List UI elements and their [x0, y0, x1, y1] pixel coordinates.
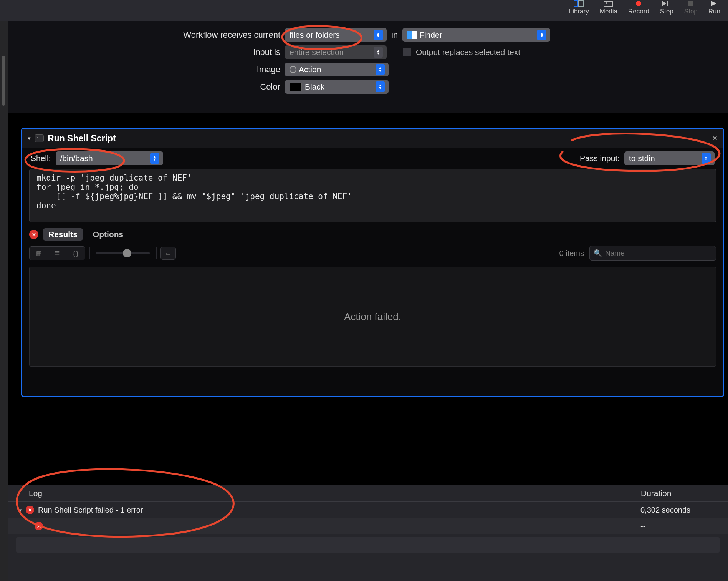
- image-value: Action: [299, 65, 321, 74]
- output-replaces-label: Output replaces selected text: [416, 48, 520, 57]
- divider: [89, 247, 90, 259]
- receives-value: files or folders: [290, 30, 340, 40]
- log-empty-row: [16, 537, 720, 553]
- result-status: Action failed.: [344, 311, 401, 323]
- output-replaces-checkbox[interactable]: [403, 48, 411, 56]
- svg-marker-8: [711, 1, 716, 6]
- chevron-updown-icon: ▲▼: [374, 47, 383, 58]
- quicklook-button[interactable]: ▭: [160, 247, 176, 260]
- search-icon: 🔍: [594, 249, 602, 257]
- svg-marker-5: [662, 1, 666, 6]
- color-dropdown[interactable]: Black ▲▼: [285, 80, 389, 94]
- log-row[interactable]: ✕ --: [8, 518, 728, 534]
- stop-button: Stop: [684, 0, 698, 15]
- slider-knob[interactable]: [123, 249, 131, 257]
- log-row-duration: --: [636, 522, 720, 531]
- workflow-config: Workflow receives current files or folde…: [8, 21, 728, 113]
- media-button[interactable]: Media: [600, 0, 617, 15]
- run-icon: [708, 0, 720, 7]
- library-icon: [573, 0, 585, 7]
- input-value: entire selection: [290, 48, 344, 57]
- run-shell-script-action: ▾ Run Shell Script ✕ Shell: /bin/bash ▲▼…: [21, 128, 724, 397]
- log-panel: Log Duration ▾ ✕ Run Shell Script failed…: [8, 485, 728, 581]
- input-dropdown: entire selection ▲▼: [285, 45, 387, 59]
- receives-dropdown[interactable]: files or folders ▲▼: [285, 28, 387, 42]
- svg-point-3: [606, 2, 607, 4]
- svg-point-4: [636, 1, 641, 6]
- zoom-slider[interactable]: [96, 252, 150, 254]
- options-tab[interactable]: Options: [88, 228, 129, 241]
- record-button[interactable]: Record: [628, 0, 649, 15]
- chevron-updown-icon: ▲▼: [376, 64, 385, 75]
- passinput-dropdown[interactable]: to stdin ▲▼: [624, 151, 715, 165]
- step-label: Step: [660, 8, 673, 15]
- run-button[interactable]: Run: [708, 0, 720, 15]
- library-button[interactable]: Library: [569, 0, 589, 15]
- action-title: Run Shell Script: [48, 133, 116, 144]
- results-bar: ✕ Results Options: [22, 222, 723, 244]
- media-icon: [603, 0, 614, 7]
- action-controls: Shell: /bin/bash ▲▼ Pass input: to stdin…: [22, 148, 723, 169]
- results-canvas: Action failed.: [29, 267, 716, 367]
- log-row-text: Run Shell Script failed - 1 error: [38, 506, 143, 515]
- chevron-updown-icon: ▲▼: [376, 81, 385, 92]
- svg-rect-7: [688, 1, 693, 6]
- chevron-updown-icon: ▲▼: [374, 30, 383, 40]
- media-label: Media: [600, 8, 617, 15]
- results-tab[interactable]: Results: [43, 228, 83, 241]
- search-input[interactable]: [605, 249, 712, 257]
- color-value: Black: [305, 82, 324, 91]
- error-icon[interactable]: ✕: [29, 230, 38, 239]
- color-label: Color: [46, 82, 280, 92]
- shell-value: /bin/bash: [60, 154, 93, 163]
- color-swatch: [290, 83, 302, 91]
- view-grid-icon[interactable]: ▦: [30, 247, 48, 260]
- finder-icon: [407, 31, 417, 39]
- log-header: Log Duration: [8, 485, 728, 502]
- error-icon: ✕: [26, 506, 34, 514]
- in-label: in: [391, 30, 398, 40]
- action-header[interactable]: ▾ Run Shell Script ✕: [22, 129, 723, 148]
- chevron-updown-icon: ▲▼: [150, 153, 159, 164]
- scroll-thumb[interactable]: [2, 56, 5, 106]
- duration-header: Duration: [636, 489, 720, 498]
- image-label: Image: [46, 65, 280, 75]
- disclose-icon[interactable]: ▾: [28, 135, 31, 142]
- view-mode-segment[interactable]: ▦ ☰ { }: [29, 246, 85, 260]
- library-label: Library: [569, 8, 589, 15]
- svg-rect-2: [604, 1, 613, 7]
- chevron-updown-icon: ▲▼: [537, 30, 546, 40]
- error-icon: ✕: [35, 522, 43, 530]
- run-label: Run: [708, 8, 720, 15]
- results-search[interactable]: 🔍: [589, 246, 716, 261]
- items-count: 0 items: [559, 249, 584, 258]
- app-dropdown[interactable]: Finder ▲▼: [402, 28, 550, 42]
- toolbar: Library Media Record Step Stop Run: [0, 0, 728, 21]
- svg-rect-0: [574, 0, 577, 7]
- step-icon: [661, 0, 672, 7]
- input-label: Input is: [46, 47, 280, 57]
- view-list-icon[interactable]: ☰: [48, 247, 66, 260]
- chevron-down-icon[interactable]: ▾: [19, 507, 22, 513]
- log-row-duration: 0,302 seconds: [636, 506, 720, 515]
- image-dropdown[interactable]: Action ▲▼: [285, 63, 389, 76]
- terminal-icon: [35, 134, 44, 142]
- shell-label: Shell:: [31, 154, 51, 163]
- stop-label: Stop: [684, 8, 698, 15]
- chevron-updown-icon: ▲▼: [702, 153, 711, 164]
- left-gutter: [0, 21, 8, 581]
- log-row[interactable]: ▾ ✕ Run Shell Script failed - 1 error 0,…: [8, 502, 728, 518]
- log-header-label: Log: [29, 489, 42, 498]
- shell-dropdown[interactable]: /bin/bash ▲▼: [56, 151, 163, 165]
- gear-icon: [290, 66, 296, 73]
- receives-label: Workflow receives current: [46, 30, 280, 40]
- svg-rect-1: [578, 0, 584, 7]
- record-label: Record: [628, 8, 649, 15]
- close-icon[interactable]: ✕: [712, 134, 718, 143]
- script-textarea[interactable]: mkdir -p 'jpeg duplicate of NEF' for jpe…: [29, 169, 716, 222]
- step-button[interactable]: Step: [660, 0, 673, 15]
- divider: [156, 247, 157, 259]
- view-braces-icon[interactable]: { }: [66, 247, 85, 260]
- svg-rect-6: [667, 1, 668, 6]
- stop-icon: [685, 0, 697, 7]
